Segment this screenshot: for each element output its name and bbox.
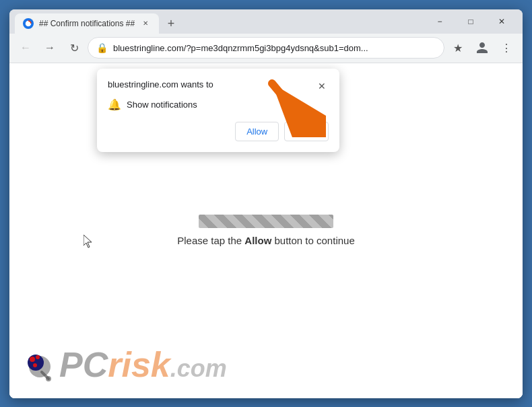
reload-button[interactable]: ↻ bbox=[63, 37, 85, 59]
address-bar[interactable]: 🔒 bluestringline.com/?p=me3dqnzrmm5gi3bp… bbox=[88, 37, 444, 59]
maximize-button[interactable]: □ bbox=[455, 9, 486, 34]
tab-favicon bbox=[23, 18, 34, 29]
popup-permission-row: 🔔 Show notifications bbox=[108, 98, 329, 111]
logo-pc: PC bbox=[59, 345, 108, 384]
minimize-button[interactable]: − bbox=[424, 9, 455, 34]
toolbar: ← → ↻ 🔒 bluestringline.com/?p=me3dqnzrmm… bbox=[9, 34, 523, 63]
svg-point-3 bbox=[28, 355, 44, 371]
popup-header: bluestringline.com wants to ✕ bbox=[108, 79, 329, 93]
tab-close-button[interactable]: ✕ bbox=[140, 18, 151, 29]
permission-text: Show notifications bbox=[127, 100, 197, 110]
new-tab-button[interactable]: + bbox=[162, 15, 180, 34]
logo-icon bbox=[23, 348, 57, 381]
page-content: Please tap the Allow button to continue … bbox=[9, 63, 523, 398]
block-button[interactable]: Block bbox=[284, 122, 329, 141]
url-text: bluestringline.com/?p=me3dqnzrmm5gi3bpg4… bbox=[113, 43, 436, 53]
browser-window: ## Confirm notifications ## ✕ + − □ ✕ ← … bbox=[9, 9, 523, 398]
svg-point-4 bbox=[30, 357, 35, 362]
popup-close-button[interactable]: ✕ bbox=[315, 79, 329, 93]
logo-risk: risk bbox=[108, 345, 170, 384]
profile-button[interactable] bbox=[471, 37, 493, 59]
svg-point-5 bbox=[36, 355, 40, 359]
logo-dotcom: .com bbox=[170, 355, 227, 382]
svg-point-8 bbox=[46, 376, 51, 381]
lock-icon: 🔒 bbox=[96, 42, 108, 53]
popup-buttons: Allow Block bbox=[108, 122, 329, 141]
menu-button[interactable]: ⋮ bbox=[496, 37, 517, 59]
tab-title: ## Confirm notifications ## bbox=[39, 19, 135, 28]
tab-bar: ## Confirm notifications ## ✕ + − □ ✕ bbox=[9, 9, 523, 34]
browser-tab[interactable]: ## Confirm notifications ## ✕ bbox=[15, 13, 159, 34]
bookmark-button[interactable]: ★ bbox=[447, 37, 469, 59]
loading-bar bbox=[199, 215, 333, 228]
logo-text: PCrisk.com bbox=[59, 344, 227, 385]
bell-icon: 🔔 bbox=[108, 98, 121, 111]
forward-button[interactable]: → bbox=[39, 37, 61, 59]
close-button[interactable]: ✕ bbox=[486, 9, 517, 34]
popup-title: bluestringline.com wants to bbox=[108, 79, 213, 89]
allow-button[interactable]: Allow bbox=[235, 122, 279, 141]
notification-popup: bluestringline.com wants to ✕ 🔔 Show not… bbox=[97, 69, 339, 152]
svg-point-6 bbox=[33, 363, 37, 367]
page-instruction: Please tap the Allow button to continue bbox=[177, 235, 355, 246]
logo-area: PCrisk.com bbox=[23, 344, 227, 385]
back-button[interactable]: ← bbox=[15, 37, 36, 59]
window-controls: − □ ✕ bbox=[424, 9, 517, 34]
